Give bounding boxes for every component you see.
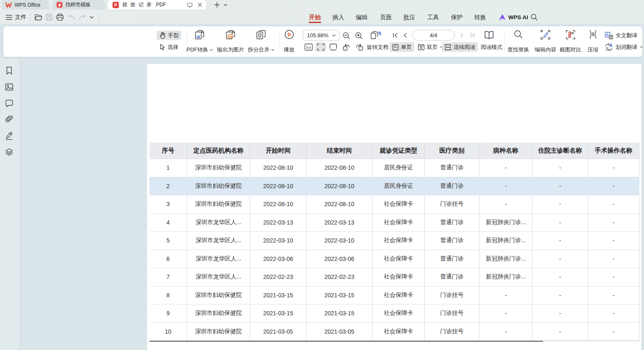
select-tool-button[interactable]: 选择 (157, 42, 181, 52)
previous-page-button[interactable] (401, 31, 409, 39)
ribbon-tab-label: 工具 (427, 14, 439, 21)
continuous-read-button[interactable]: 连续阅读 (442, 42, 478, 52)
sidebar-bookmarks-button[interactable] (5, 66, 14, 75)
sidebar-thumbnails-button[interactable] (5, 82, 14, 92)
rotate-left-icon (342, 43, 350, 51)
table-cell: - (588, 159, 639, 177)
play-button[interactable]: 播放 (281, 30, 297, 54)
pdf-page: 序号定点医药机构名称开始时间结束时间就诊凭证类型医疗类别病种名称住院主诊断名称手… (147, 64, 642, 350)
button-label: 压缩 (588, 46, 598, 54)
double-page-button[interactable]: 双页 (415, 42, 446, 52)
ribbon-tab-convert[interactable]: 转换 (474, 13, 486, 22)
read-mode-button[interactable]: 阅读模式 (478, 42, 505, 52)
zoom-in-button[interactable] (354, 31, 363, 40)
rotate-left-button[interactable] (341, 42, 351, 52)
export-image-button[interactable]: 输出为图片 (216, 30, 246, 54)
wps-ai-button[interactable]: WPS AI (499, 12, 528, 22)
save-button[interactable] (46, 12, 53, 22)
tab-list-button[interactable] (223, 0, 228, 10)
first-page-button[interactable] (391, 31, 399, 39)
quick-access-more-button[interactable] (89, 12, 94, 22)
sidebar-signature-button[interactable] (5, 131, 14, 141)
table-header-cell: 住院主诊断名称 (532, 143, 588, 159)
tab-document-pdf[interactable]: P就 医 记 录 .PDF (108, 0, 206, 10)
fit-swap-button[interactable] (370, 30, 381, 41)
rotate-document-button[interactable]: 旋转文档 (365, 42, 390, 52)
button-label: 双页 (427, 43, 438, 51)
table-cell: - (532, 268, 588, 286)
printer-icon (56, 13, 64, 21)
button-label-row: 截图对比 (560, 46, 581, 54)
table-header-cell: 病种名称 (479, 143, 532, 159)
edit-content-button[interactable]: 编辑内容 (533, 30, 558, 54)
cast-screen-button[interactable] (187, 3, 193, 8)
table-cell: 8 (150, 286, 187, 305)
table-cell: 2022-03-06 (250, 250, 307, 268)
ribbon-tab-edit[interactable]: 编辑 (356, 13, 368, 22)
page-number-input[interactable]: 4/4 (412, 30, 455, 41)
attachment-icon (5, 115, 14, 124)
new-tab-button[interactable] (214, 0, 220, 10)
ribbon-tab-page[interactable]: 页面 (380, 13, 392, 22)
single-page-button[interactable]: 单页 (390, 42, 414, 52)
undo-button[interactable] (68, 12, 75, 22)
ribbon-tab-protect[interactable]: 保护 (451, 13, 463, 22)
table-row: 10深圳市妇幼保健院2021-03-052021-03-05社会保障卡门诊挂号-… (150, 323, 639, 341)
table-cell: - (588, 232, 639, 250)
wps-ai-label: WPS AI (508, 14, 528, 20)
compress-button[interactable]: 压缩 (585, 30, 601, 54)
sidebar-comments-button[interactable] (5, 99, 14, 108)
read-mode-book-button[interactable] (483, 30, 495, 41)
table-cell: 2022-03-13 (250, 214, 307, 232)
pdf-convert-button[interactable]: WPDF转换 (184, 30, 216, 54)
ribbon-tab-comment[interactable]: 批注 (403, 13, 415, 22)
table-cell: - (479, 195, 532, 214)
hand-tool-button[interactable]: 手型 (157, 31, 181, 40)
chevron-down-icon (640, 46, 643, 48)
fit-window-button[interactable] (315, 42, 326, 52)
ribbon-tab-home[interactable]: 开始 (309, 13, 321, 22)
redo-button[interactable] (79, 12, 86, 22)
chevron-down-icon (210, 49, 213, 51)
sidebar-attachments-button[interactable] (5, 115, 14, 124)
file-menu[interactable]: 文件 (5, 12, 26, 22)
print-button[interactable] (56, 12, 64, 22)
active-tab-underline (309, 22, 321, 23)
zoom-level-select[interactable]: 105.88% (303, 30, 340, 41)
full-translate-button[interactable]: A全文翻译 (603, 31, 639, 40)
table-bottom-border-light (543, 341, 639, 341)
close-tab-button[interactable] (198, 3, 202, 7)
zoom-out-button[interactable] (342, 31, 351, 40)
table-cell: 7 (150, 268, 187, 286)
fit-width-button[interactable] (328, 42, 339, 52)
table-row: 8深圳市妇幼保健院2021-03-152021-03-15社会保障卡门诊挂号--… (150, 286, 639, 305)
table-cell: 门诊挂号 (425, 195, 479, 214)
next-page-button[interactable] (457, 31, 466, 39)
screenshot-compare-button[interactable]: 截图对比 (558, 30, 583, 54)
rotate-right-button[interactable] (354, 42, 364, 52)
find-replace-button[interactable]: 查找替换 (506, 30, 530, 54)
comment-icon (5, 99, 14, 108)
button-label: 手型 (168, 32, 179, 39)
table-cell: 10 (150, 323, 187, 341)
zoom-out-icon (342, 32, 350, 40)
split-merge-button[interactable]: 拆分合并 (246, 30, 276, 54)
ribbon-tab-insert[interactable]: 插入 (332, 13, 344, 22)
table-cell: 2021-03-15 (250, 286, 307, 305)
edit-content-icon (540, 30, 550, 40)
last-page-button[interactable] (468, 31, 476, 39)
table-cell: - (532, 195, 588, 214)
ribbon-tab-tools[interactable]: 工具 (427, 13, 439, 22)
tab-wps-office[interactable]: WPS Office (2, 0, 49, 10)
ribbon-search-button[interactable] (530, 12, 538, 22)
signature-pen-icon (5, 131, 14, 141)
sidebar-layers-button[interactable] (5, 148, 14, 157)
actual-size-button[interactable]: 1:1 (304, 42, 314, 52)
word-translate-button[interactable]: 文A划词翻译 (603, 42, 644, 52)
previous-page-icon (403, 33, 408, 38)
medical-records-table: 序号定点医药机构名称开始时间结束时间就诊凭证类型医疗类别病种名称住院主诊断名称手… (150, 143, 639, 341)
tab-docer-templates[interactable]: 找稻壳模板 (53, 0, 105, 10)
table-cell: - (588, 286, 639, 305)
chevron-down-icon (89, 16, 94, 19)
open-file-button[interactable] (34, 12, 43, 22)
